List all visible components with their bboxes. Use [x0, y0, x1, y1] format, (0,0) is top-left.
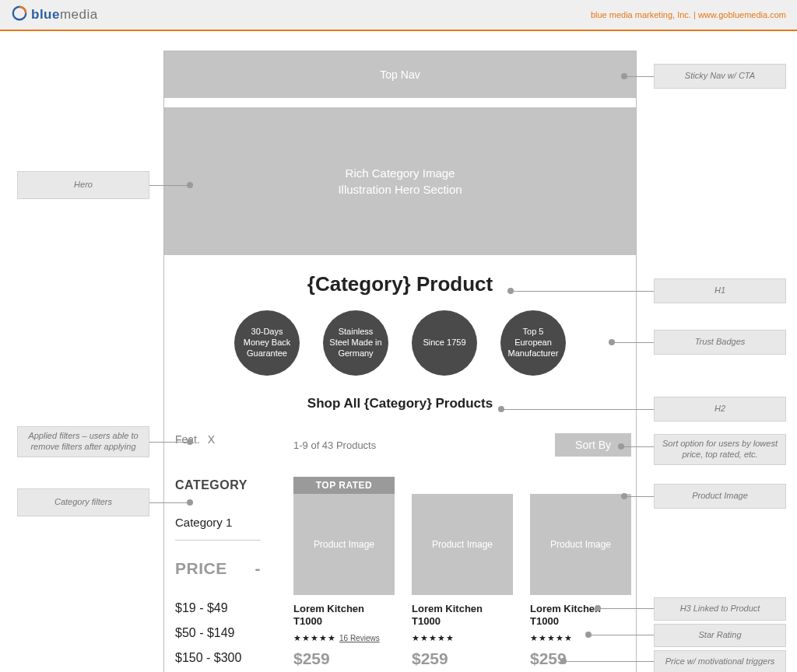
ann-line: [627, 76, 654, 77]
ann-sort: Sort option for users by lowest price, t…: [654, 434, 786, 465]
hero-line1: Rich Category Image: [346, 165, 455, 181]
product-grid-area: 1-9 of 43 Products Sort By TOP RATED Pro…: [284, 433, 631, 672]
ann-applied-filters: Applied filters – users able to remove f…: [17, 426, 149, 457]
ann-dot: [498, 406, 504, 412]
trust-badge: Stainless Steel Made in Germany: [323, 310, 388, 376]
ann-line: [592, 635, 654, 635]
product-image-placeholder: Product Image: [293, 494, 395, 595]
ann-line: [149, 185, 187, 186]
result-count: 1-9 of 43 Products: [293, 439, 376, 451]
product-image-placeholder: Product Image: [412, 494, 513, 595]
filters-sidebar: Feat. X CATEGORY Category 1 PRICE - $19 …: [175, 433, 284, 672]
ann-line: [627, 496, 654, 497]
category-heading: CATEGORY: [175, 478, 284, 492]
product-card[interactable]: Product Image Lorem Kitchen T1000 ★★★★★ …: [530, 477, 631, 668]
product-title[interactable]: Lorem Kitchen T1000: [412, 603, 513, 628]
ann-trust: Trust Badges: [654, 330, 786, 355]
product-price: $259: [412, 649, 513, 668]
star-icon: ★★★★★: [530, 633, 573, 643]
reviews-link[interactable]: 16 Reviews: [339, 634, 380, 642]
ann-h2: H2: [654, 397, 786, 422]
price-range-option[interactable]: $150 - $300: [175, 651, 284, 665]
trust-badge: Top 5 European Manufacturer: [500, 310, 566, 376]
top-nav-block[interactable]: Top Nav: [164, 51, 636, 98]
header-right-text: blue media marketing, Inc. | www.gobluem…: [591, 10, 786, 19]
product-price: $259: [530, 649, 631, 668]
product-card[interactable]: TOP RATED Product Image Lorem Kitchen T1…: [293, 477, 395, 668]
top-nav-label: Top Nav: [380, 68, 420, 81]
ann-price: Price w/ motivational triggers: [654, 650, 786, 672]
grid-toolbar: 1-9 of 43 Products Sort By: [293, 433, 631, 457]
logo-swirl-icon: [11, 5, 28, 25]
ann-line: [567, 661, 654, 662]
ann-dot: [609, 339, 615, 345]
ann-line: [615, 342, 654, 343]
ann-dot: [621, 493, 627, 499]
wireframe-canvas: Top Nav Rich Category Image Illustration…: [163, 51, 637, 672]
logo: bluemedia: [11, 5, 98, 25]
hero-line2: Illustration Hero Section: [338, 181, 462, 198]
ann-h1: H1: [654, 278, 786, 303]
ann-line: [601, 608, 654, 609]
ann-product-image: Product Image: [654, 484, 786, 509]
page-title: {Category} Product: [164, 272, 636, 296]
star-rating: ★★★★★: [412, 633, 513, 643]
ann-line: [504, 409, 654, 410]
ann-dot: [621, 73, 627, 79]
category-filter-item[interactable]: Category 1: [175, 516, 284, 529]
price-range-option[interactable]: $19 - $49: [175, 601, 284, 615]
trust-badges-row: 30-Days Money Back Guarantee Stainless S…: [164, 310, 636, 376]
ann-dot: [187, 439, 193, 445]
ann-dot: [507, 288, 514, 294]
price-heading-label: PRICE: [175, 559, 227, 578]
ann-dot: [187, 182, 193, 188]
collapse-icon[interactable]: -: [255, 559, 262, 578]
ann-dot: [187, 499, 193, 506]
price-heading[interactable]: PRICE -: [175, 559, 261, 578]
page-header: bluemedia blue media marketing, Inc. | w…: [0, 0, 797, 31]
ann-sticky-nav: Sticky Nav w/ CTA: [654, 64, 786, 89]
product-image-placeholder: Product Image: [530, 494, 631, 595]
product-title[interactable]: Lorem Kitchen T1000: [530, 603, 631, 628]
star-rating: ★★★★★ 16 Reviews: [293, 633, 395, 643]
close-icon[interactable]: X: [208, 433, 215, 446]
logo-text: bluemedia: [31, 7, 98, 23]
ann-dot: [585, 632, 592, 638]
product-price: $259: [293, 649, 395, 668]
ann-dot: [595, 605, 601, 611]
ann-hero: Hero: [17, 171, 149, 199]
product-card[interactable]: Product Image Lorem Kitchen T1000 ★★★★★ …: [412, 477, 513, 668]
ann-line: [514, 291, 654, 292]
ann-line: [149, 442, 187, 443]
product-grid: TOP RATED Product Image Lorem Kitchen T1…: [293, 477, 631, 668]
ann-h3: H3 Linked to Product: [654, 597, 786, 621]
star-icon: ★★★★★: [293, 633, 336, 643]
ann-stars: Star Rating: [654, 624, 786, 647]
trust-badge: Since 1759: [412, 310, 477, 376]
ann-line: [149, 502, 187, 503]
filter-divider: [175, 540, 261, 541]
content-row: Feat. X CATEGORY Category 1 PRICE - $19 …: [164, 433, 636, 672]
ann-category-filters: Category filters: [17, 488, 149, 516]
ann-dot: [618, 443, 624, 450]
hero-block: Rich Category Image Illustration Hero Se…: [164, 107, 636, 255]
ann-dot: [560, 658, 567, 664]
ann-line: [624, 446, 654, 447]
product-title[interactable]: Lorem Kitchen T1000: [293, 603, 395, 628]
top-rated-badge: TOP RATED: [293, 477, 395, 494]
price-range-option[interactable]: $50 - $149: [175, 626, 284, 640]
trust-badge: 30-Days Money Back Guarantee: [234, 310, 300, 376]
star-icon: ★★★★★: [412, 633, 455, 643]
